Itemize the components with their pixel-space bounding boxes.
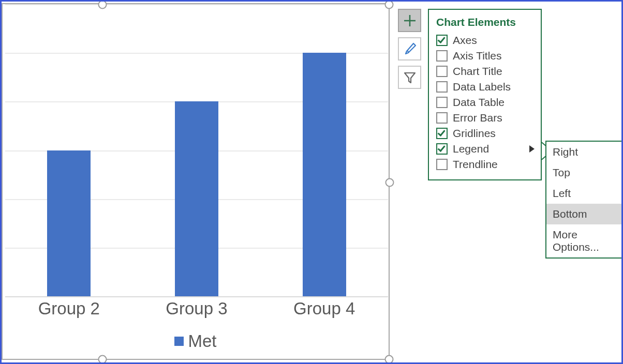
checkbox[interactable] <box>436 97 448 108</box>
chart-element-option-legend[interactable]: Legend <box>436 141 535 157</box>
legend-bottom[interactable]: Met <box>3 331 389 351</box>
legend-position-more-options[interactable]: More Options... <box>546 224 623 257</box>
flyout-title: Chart Elements <box>436 16 535 28</box>
legend-position-left[interactable]: Left <box>546 183 623 204</box>
checkmark-icon <box>438 128 446 136</box>
bar-group-4[interactable] <box>303 53 346 296</box>
legend-position-submenu: RightTopLeftBottomMore Options... <box>545 141 623 259</box>
legend-position-right[interactable]: Right <box>546 142 623 162</box>
option-label: Axis Titles <box>453 50 502 62</box>
checkbox[interactable] <box>436 128 448 139</box>
flyout-items: AxesAxis TitlesChart TitleData LabelsDat… <box>436 33 535 172</box>
selection-handle-e[interactable] <box>385 178 394 187</box>
option-label: Data Labels <box>453 81 511 93</box>
chart-element-option-data-labels[interactable]: Data Labels <box>436 79 535 95</box>
checkbox[interactable] <box>436 66 448 77</box>
paintbrush-icon <box>402 41 418 57</box>
option-label: Legend <box>453 143 489 155</box>
plus-icon <box>403 13 417 28</box>
option-label: Axes <box>453 34 477 47</box>
x-axis-label: Group 2 <box>5 299 133 318</box>
option-label: Chart Title <box>453 65 502 78</box>
checkbox[interactable] <box>436 159 448 170</box>
checkbox[interactable] <box>436 143 448 155</box>
bar-group-2[interactable] <box>47 150 91 297</box>
legend-series-label: Met <box>188 331 216 351</box>
chart-elements-button[interactable] <box>398 9 421 32</box>
option-label: Error Bars <box>453 112 502 124</box>
checkbox[interactable] <box>436 50 448 62</box>
legend-position-top[interactable]: Top <box>546 162 623 183</box>
option-label: Data Table <box>453 96 505 109</box>
bar-group-3[interactable] <box>175 101 218 296</box>
plot-area <box>5 4 388 296</box>
checkbox[interactable] <box>436 81 448 93</box>
chart-element-option-axes[interactable]: Axes <box>436 33 535 48</box>
x-axis-label: Group 4 <box>260 299 388 318</box>
option-label: Trendline <box>453 158 498 171</box>
checkmark-icon <box>438 144 446 152</box>
chart-element-option-trendline[interactable]: Trendline <box>436 157 535 172</box>
chart-filters-button[interactable] <box>398 66 421 89</box>
selection-handle-ne[interactable] <box>385 1 394 9</box>
selection-handle-n[interactable] <box>98 1 107 9</box>
checkmark-icon <box>438 35 446 43</box>
legend-swatch <box>174 337 184 346</box>
chevron-right-icon <box>529 145 535 153</box>
selection-handle-s[interactable] <box>98 355 107 364</box>
selection-handle-se[interactable] <box>385 355 394 364</box>
x-axis-labels: Group 2Group 3Group 4 <box>5 299 388 324</box>
option-label: Gridlines <box>453 127 496 140</box>
legend-position-bottom[interactable]: Bottom <box>546 204 623 224</box>
checkbox[interactable] <box>436 112 448 124</box>
x-axis-label: Group 3 <box>133 299 261 318</box>
app-canvas: Group 2Group 3Group 4 Met <box>0 0 623 364</box>
funnel-icon <box>403 70 417 85</box>
chart-element-option-axis-titles[interactable]: Axis Titles <box>436 48 535 64</box>
checkbox[interactable] <box>436 35 448 46</box>
gridline <box>5 4 388 5</box>
chart-element-option-gridlines[interactable]: Gridlines <box>436 126 535 141</box>
chart-object[interactable]: Group 2Group 3Group 4 Met <box>2 3 390 360</box>
chart-side-buttons <box>398 9 421 89</box>
chart-elements-flyout: Chart Elements AxesAxis TitlesChart Titl… <box>428 9 542 180</box>
x-axis-line <box>5 296 388 297</box>
chart-element-option-chart-title[interactable]: Chart Title <box>436 64 535 79</box>
chart-element-option-error-bars[interactable]: Error Bars <box>436 110 535 126</box>
chart-element-option-data-table[interactable]: Data Table <box>436 95 535 110</box>
chart-styles-button[interactable] <box>398 37 421 60</box>
